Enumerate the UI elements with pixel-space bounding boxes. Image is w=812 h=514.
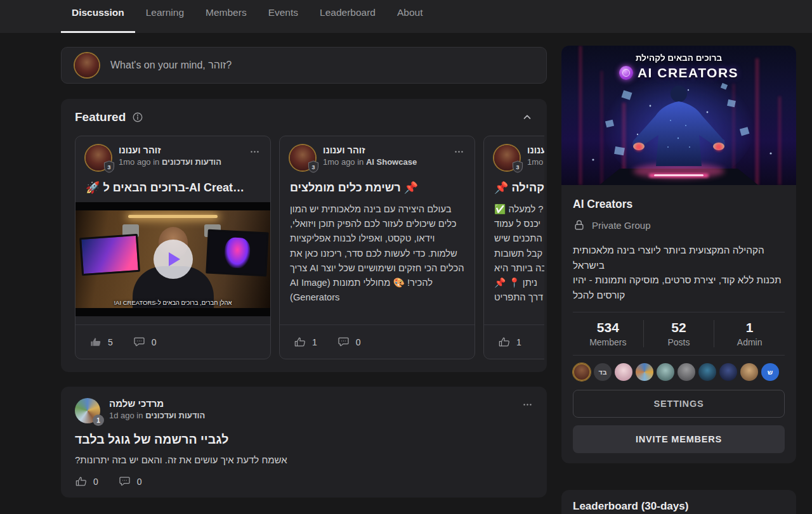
comment-count: 0: [137, 477, 142, 487]
brain-logo-icon: [619, 66, 633, 80]
stat-posts-label: Posts: [644, 337, 714, 347]
body-line: ✅ למעלה ?: [494, 202, 544, 217]
member-avatar[interactable]: [740, 363, 758, 381]
post-composer[interactable]: What's on your mind, זוהר?: [61, 47, 547, 84]
comment-button[interactable]: [337, 336, 350, 348]
nav-tabs: Discussion Learning Members Events Leade…: [0, 0, 812, 33]
like-button[interactable]: [498, 336, 510, 348]
body-line: דרך התפריט: [494, 290, 544, 305]
like-count: 5: [108, 337, 113, 347]
member-avatar[interactable]: [573, 363, 591, 381]
tab-events[interactable]: Events: [258, 0, 309, 33]
stat-admins-value: 1: [714, 320, 785, 335]
tab-about[interactable]: About: [386, 0, 434, 33]
comment-count: 0: [152, 337, 157, 347]
post-title[interactable]: לגביי הרשמה של גוגל בלבד: [75, 432, 533, 447]
like-count: 0: [93, 477, 98, 487]
tab-discussion[interactable]: Discussion: [61, 0, 135, 33]
member-avatar[interactable]: [719, 363, 737, 381]
cover-brand-text: AI CREATORS: [638, 65, 738, 80]
feed-post[interactable]: 1 מרדכי שלמה 1d ago in הודעות ועדכונים ל…: [61, 387, 547, 498]
more-options-icon[interactable]: [522, 398, 533, 410]
like-count: 1: [312, 337, 317, 347]
avatar: 1: [75, 398, 100, 423]
tab-events-label: Events: [268, 7, 298, 18]
tab-learning[interactable]: Learning: [135, 0, 195, 33]
featured-card-tools[interactable]: 3 זוהר וענונו 1mo ago in AI Showcase 📌 ר…: [279, 136, 475, 359]
play-icon: [169, 252, 180, 266]
stat-members-label: Members: [573, 337, 643, 347]
member-avatar[interactable]: [678, 363, 695, 381]
group-description-line1: הקהילה המקצועית ביותר ליוצרי בינה מלאכות…: [573, 243, 785, 273]
video-caption: אהלן חברים, ברוכים הבאים ל-AI CREATORS!: [75, 299, 270, 306]
tab-members[interactable]: Members: [195, 0, 258, 33]
post-channel[interactable]: הודעות ועדכונים: [145, 411, 205, 420]
tab-learning-label: Learning: [146, 7, 184, 18]
post-title[interactable]: 🚀 ברוכים הבאים ל-AI Creat…: [75, 181, 270, 195]
post-timestamp: 1mo ago in: [323, 157, 363, 167]
chevron-up-icon[interactable]: [521, 112, 533, 123]
featured-cards-row: 3 זוהר וענונו 1mo ago in הודעות ועדכונים…: [75, 136, 544, 359]
member-avatar-initials[interactable]: ש: [761, 363, 779, 381]
studio-monitor-left: [79, 234, 140, 276]
member-avatar[interactable]: [636, 363, 653, 381]
post-title[interactable]: 📌 רשימת כלים מומלצים: [280, 181, 475, 195]
stat-admins: 1 Admin: [714, 320, 785, 347]
member-avatar-initials[interactable]: בד: [594, 363, 612, 381]
post-author[interactable]: זוהר וענונו: [119, 145, 221, 155]
body-line: יכנס ל עמוד: [494, 217, 544, 231]
post-channel[interactable]: AI Showcase: [366, 157, 417, 167]
stat-members-value: 534: [573, 320, 643, 335]
group-description: הקהילה המקצועית ביותר ליוצרי בינה מלאכות…: [573, 243, 785, 303]
avatar: 3: [86, 145, 111, 170]
level-badge-value: 3: [512, 160, 523, 173]
level-badge-value: 3: [103, 160, 115, 173]
settings-button[interactable]: SETTINGS: [573, 390, 785, 418]
post-body: בעולם היצירה עם בינה מלאכותית יש המון כל…: [280, 202, 475, 307]
like-button[interactable]: [89, 336, 102, 348]
post-body: אשמח לדעת איך עושים את זה. והאם יש בזה י…: [75, 454, 533, 465]
group-sidebar: ברוכים הבאים לקהילת AI CREATORS AI Creat…: [561, 46, 796, 514]
member-avatar[interactable]: [657, 363, 674, 381]
play-button[interactable]: [154, 240, 193, 279]
more-options-icon[interactable]: [249, 145, 260, 157]
like-count: 1: [516, 337, 521, 347]
post-author[interactable]: מרדכי שלמה: [109, 398, 205, 409]
tab-leaderboard[interactable]: Leaderboard: [309, 0, 386, 33]
privacy-label: Private Group: [592, 220, 651, 231]
member-avatar[interactable]: [698, 363, 716, 381]
studio-monitor-right: [206, 229, 269, 277]
post-channel[interactable]: הודעות ועדכונים: [162, 157, 221, 167]
post-title[interactable]: 📌 קהילה: [484, 181, 544, 195]
video-thumbnail[interactable]: אהלן חברים, ברוכים הבאים ל-AI CREATORS!: [75, 202, 270, 316]
post-author[interactable]: זוהר וענונו: [527, 145, 544, 155]
more-options-icon[interactable]: [454, 145, 464, 157]
comment-button[interactable]: [119, 475, 131, 487]
comment-count: 0: [356, 337, 361, 347]
stat-admins-label: Admin: [714, 337, 785, 347]
featured-card-community-clipped[interactable]: 3 זוהר וענונו 1mo ago in 📌 קהילה ✅ למעלה…: [483, 136, 544, 359]
member-avatars-row: בד ש: [573, 356, 785, 383]
comment-button[interactable]: [133, 336, 145, 348]
featured-card-welcome[interactable]: 3 זוהר וענונו 1mo ago in הודעות ועדכונים…: [75, 136, 271, 359]
level-badge: 1: [93, 414, 104, 426]
body-line: קבל תשובות: [494, 247, 544, 261]
main-feed-column: What's on your mind, זוהר? Featured 3: [61, 47, 547, 498]
featured-section: Featured 3 זוהר וענ: [61, 99, 547, 372]
member-avatar[interactable]: [615, 363, 632, 381]
group-info-card: ברוכים הבאים לקהילת AI CREATORS AI Creat…: [561, 46, 796, 463]
composer-placeholder: What's on your mind, זוהר?: [110, 60, 232, 71]
post-timestamp: 1d ago in: [109, 411, 143, 420]
like-button[interactable]: [294, 336, 306, 348]
leaderboard-title: Leaderboard (30-days): [573, 500, 785, 513]
tab-about-label: About: [397, 7, 423, 18]
like-button[interactable]: [75, 475, 87, 487]
level-badge-value: 1: [96, 417, 100, 424]
tab-leaderboard-label: Leaderboard: [320, 7, 376, 18]
featured-title: Featured: [75, 110, 126, 124]
invite-members-button[interactable]: INVITE MEMBERS: [573, 425, 785, 453]
info-icon[interactable]: [132, 112, 143, 123]
cover-text: ברוכים הבאים לקהילת AI CREATORS: [561, 53, 796, 80]
avatar: 3: [494, 145, 520, 170]
post-author[interactable]: זוהר וענונו: [323, 145, 417, 155]
